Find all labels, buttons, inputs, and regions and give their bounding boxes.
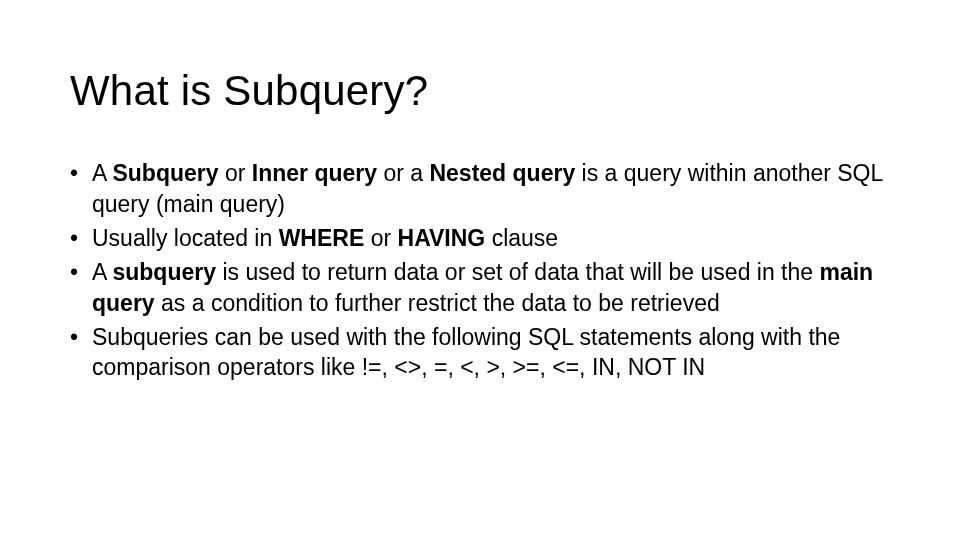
bullet-text: Subqueries can be used with the followin… <box>92 324 840 380</box>
bullet-item: A subquery is used to return data or set… <box>70 257 890 318</box>
bullet-text-bold: WHERE <box>279 225 365 251</box>
bullet-text-bold: Subquery <box>112 160 218 186</box>
bullet-item: A Subquery or Inner query or a Nested qu… <box>70 158 890 219</box>
slide: What is Subquery? A Subquery or Inner qu… <box>0 0 960 540</box>
bullet-text: or a <box>377 160 429 186</box>
bullet-item: Subqueries can be used with the followin… <box>70 322 890 383</box>
bullet-item: Usually located in WHERE or HAVING claus… <box>70 223 890 253</box>
bullet-text: Usually located in <box>92 225 279 251</box>
bullet-text: is used to return data or set of data th… <box>216 259 819 285</box>
bullet-text-bold: subquery <box>112 259 216 285</box>
bullet-text: or <box>219 160 252 186</box>
bullet-text-bold: Nested query <box>429 160 575 186</box>
bullet-text: A <box>92 259 112 285</box>
bullet-text: or <box>364 225 397 251</box>
bullet-text: as a condition to further restrict the d… <box>155 290 720 316</box>
bullet-list: A Subquery or Inner query or a Nested qu… <box>70 158 890 383</box>
slide-title: What is Subquery? <box>70 68 890 114</box>
bullet-text-bold: HAVING <box>398 225 486 251</box>
bullet-text: clause <box>485 225 558 251</box>
bullet-text: A <box>92 160 112 186</box>
bullet-text-bold: Inner query <box>252 160 377 186</box>
